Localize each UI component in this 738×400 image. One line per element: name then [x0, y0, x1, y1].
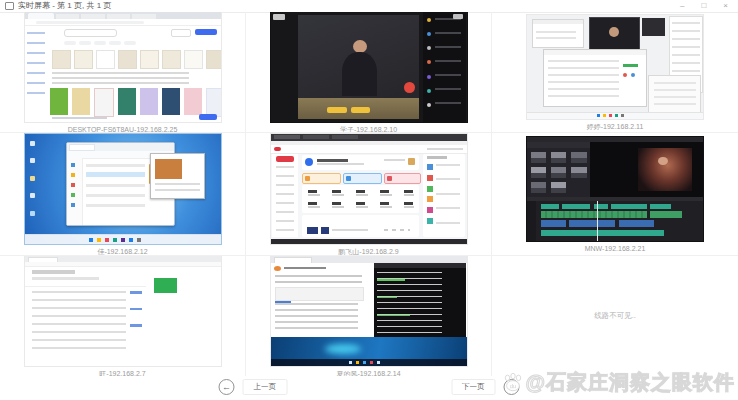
screen-cell-7: 旺-192.168.2.7 [0, 256, 246, 376]
window-small [532, 19, 583, 48]
badge-icon [408, 158, 415, 165]
poster-card-row [50, 88, 222, 117]
prev-page-button[interactable]: 上一页 [243, 379, 288, 395]
green-image-block [154, 278, 178, 293]
table-cell-dark [321, 227, 329, 234]
sidebar-action-button [276, 156, 294, 162]
item-icon [427, 175, 433, 181]
paw-icon: du [502, 371, 524, 393]
desktop-icon [30, 158, 35, 163]
desktop-icon [30, 193, 35, 198]
browser-tabs [274, 135, 358, 139]
url-field [36, 21, 144, 24]
screen-thumbnail-dashboard[interactable] [270, 133, 468, 245]
screen-thumbnail-multiwindow[interactable] [526, 14, 704, 120]
panel-title [427, 156, 448, 159]
watermark: du @石家庄洞察之眼软件 [502, 371, 735, 393]
screen-thumbnail-livestream[interactable] [270, 12, 468, 123]
media-panel-header [527, 142, 590, 148]
preview-panel [590, 142, 703, 197]
pagination-dots [384, 229, 410, 231]
screen-caption: 佳-192.168.2.12 [97, 248, 147, 255]
track-header [527, 201, 536, 241]
window-content [536, 31, 575, 43]
screen-thumbnail-video-editor[interactable] [526, 136, 704, 242]
clip-blue [569, 220, 615, 227]
clip-teal [562, 204, 590, 209]
overlay-icon [453, 14, 463, 19]
terminal-window [374, 263, 466, 338]
stat-values [308, 190, 414, 193]
window-content [654, 82, 697, 107]
screen-cell-2: 学子-192.168.2.10 [246, 12, 492, 133]
chart-card [302, 215, 420, 237]
screen-thumbnail-terminal[interactable] [270, 256, 468, 367]
nav-icon [71, 193, 75, 197]
screen-thumbnail-webpage[interactable] [24, 256, 222, 367]
wallpaper-glow [325, 344, 360, 354]
screen-thumbnail-desktop[interactable] [24, 12, 222, 123]
primary-button [195, 29, 217, 35]
taskbar-icons [349, 361, 380, 364]
taskbar-icons [89, 238, 141, 242]
maximize-button[interactable]: □ [701, 2, 706, 10]
app-window: 实时屏幕 - 第 1 页, 共 1 页 – □ × [0, 0, 738, 400]
overlay-icon [273, 14, 285, 20]
screen-thumbnail-win11[interactable] [24, 133, 222, 245]
item-icon [427, 164, 433, 170]
window-title: 实时屏幕 - 第 1 页, 共 1 页 [18, 2, 111, 10]
desktop-icon [30, 176, 35, 181]
table-rows [548, 60, 619, 100]
screen-cell-3: 婷婷-192.168.2.11 [492, 12, 738, 133]
template-card-row [52, 50, 222, 69]
media-thumb [531, 167, 546, 178]
item-icon [427, 196, 433, 202]
sidebar-links [27, 32, 45, 102]
main-window [543, 49, 647, 107]
video-window-small [642, 18, 665, 36]
stat-values [308, 202, 414, 205]
media-thumb [531, 152, 546, 163]
screen-grid: DESKTOP-FS6T8AU-192.168.2.25 [0, 12, 738, 376]
nav-icon [71, 203, 75, 207]
screen-caption: 鹏飞山-192.168.2.9 [338, 248, 398, 255]
dialog-window [150, 153, 205, 199]
terminal-green-line [377, 297, 397, 298]
close-button[interactable]: × [723, 2, 728, 10]
doc-text [275, 303, 358, 330]
clip-teal [650, 204, 671, 209]
footer-button [199, 114, 217, 120]
terminal-titlebar [374, 263, 466, 268]
screen-caption: 学子-192.168.2.10 [340, 126, 397, 133]
screen-caption: 婷婷-192.168.2.11 [587, 123, 644, 130]
item-icon [427, 218, 433, 224]
document-pane [271, 263, 376, 338]
page-heading [32, 270, 75, 273]
browser-address-bar [25, 262, 221, 267]
link-text [130, 291, 142, 294]
gift-button [404, 82, 415, 93]
sidebar-menu [276, 166, 294, 232]
screen-cell-6: MNW-192.168.2.21 [492, 133, 738, 256]
profile-name [317, 159, 348, 162]
window-titlebar [544, 50, 646, 55]
selected-file-row [86, 172, 145, 177]
minimize-button[interactable]: – [680, 2, 684, 10]
yellow-badge [327, 107, 347, 114]
media-thumb [551, 182, 566, 193]
speaker-head [353, 40, 367, 53]
item-icon [427, 207, 433, 213]
prev-page-arrow-icon[interactable]: ← [219, 379, 235, 395]
right-panel [423, 154, 464, 238]
offline-status-text: 线路不可见.. [594, 311, 636, 321]
green-bar [623, 64, 637, 67]
yellow-badge [351, 107, 371, 114]
topbar-links [427, 148, 462, 150]
next-page-button[interactable]: 下一页 [451, 379, 496, 395]
pagination-bar: ← 上一页 下一页 → [219, 379, 520, 395]
search-input [64, 29, 117, 37]
stat-labels [308, 206, 414, 208]
clip-teal [594, 204, 608, 209]
preview-image [155, 159, 181, 179]
nav-icon [71, 163, 75, 167]
